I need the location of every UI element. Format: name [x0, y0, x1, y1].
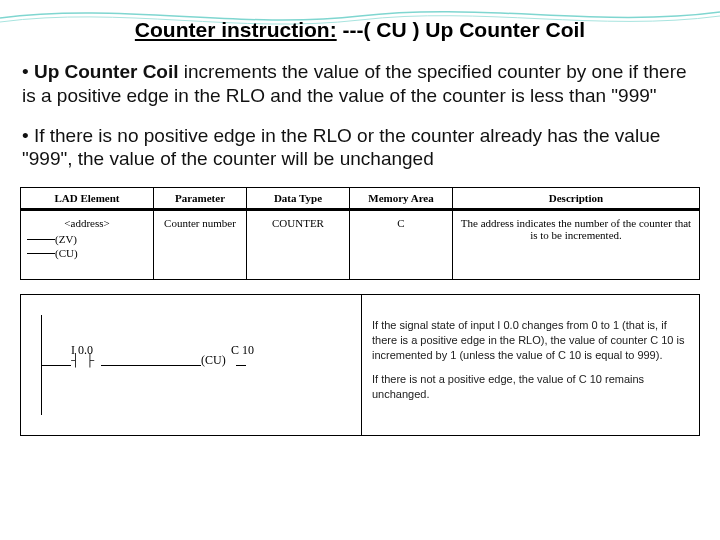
- coil-cu: (CU): [27, 247, 147, 259]
- title-rest-part: ---( CU ) Up Counter Coil: [337, 18, 585, 41]
- example-desc-p2: If there is not a positive edge, the val…: [372, 372, 689, 402]
- bullet-1: • Up Counter Coil increments the value o…: [22, 60, 698, 108]
- coil-symbol: (CU): [201, 353, 226, 368]
- lad-address: <address>: [27, 217, 147, 229]
- th-description: Description: [453, 188, 700, 210]
- bullet-1-lead: Up Counter Coil: [34, 61, 179, 82]
- bullet-2: • If there is no positive edge in the RL…: [22, 124, 698, 172]
- table-header-row: LAD Element Parameter Data Type Memory A…: [21, 188, 700, 210]
- coil-zv: (ZV): [27, 233, 147, 245]
- example-desc-p1: If the signal state of input I 0.0 chang…: [372, 318, 689, 363]
- example-row: I 0.0 ┤ ├ C 10 (CU) If the signal state …: [21, 295, 700, 436]
- description-cell: The address indicates the number of the …: [453, 210, 700, 280]
- th-parameter: Parameter: [154, 188, 247, 210]
- example-table: I 0.0 ┤ ├ C 10 (CU) If the signal state …: [20, 294, 700, 436]
- datatype-cell: COUNTER: [247, 210, 350, 280]
- title-underline-part: Counter instruction:: [135, 18, 337, 41]
- ladder-diagram: I 0.0 ┤ ├ C 10 (CU): [31, 305, 331, 425]
- memarea-cell: C: [350, 210, 453, 280]
- slide-content: Counter instruction: ---( CU ) Up Counte…: [0, 0, 720, 436]
- th-lad: LAD Element: [21, 188, 154, 210]
- counter-label: C 10: [231, 343, 254, 358]
- th-memarea: Memory Area: [350, 188, 453, 210]
- example-description-cell: If the signal state of input I 0.0 chang…: [362, 295, 700, 436]
- th-datatype: Data Type: [247, 188, 350, 210]
- parameter-cell: Counter number: [154, 210, 247, 280]
- bullet-2-text: If there is no positive edge in the RLO …: [22, 125, 660, 170]
- parameter-table: LAD Element Parameter Data Type Memory A…: [20, 187, 700, 280]
- slide-title: Counter instruction: ---( CU ) Up Counte…: [20, 18, 700, 42]
- ladder-diagram-cell: I 0.0 ┤ ├ C 10 (CU): [21, 295, 362, 436]
- lad-element-cell: <address> (ZV) (CU): [21, 210, 154, 280]
- table-row: <address> (ZV) (CU) Counter number COUNT…: [21, 210, 700, 280]
